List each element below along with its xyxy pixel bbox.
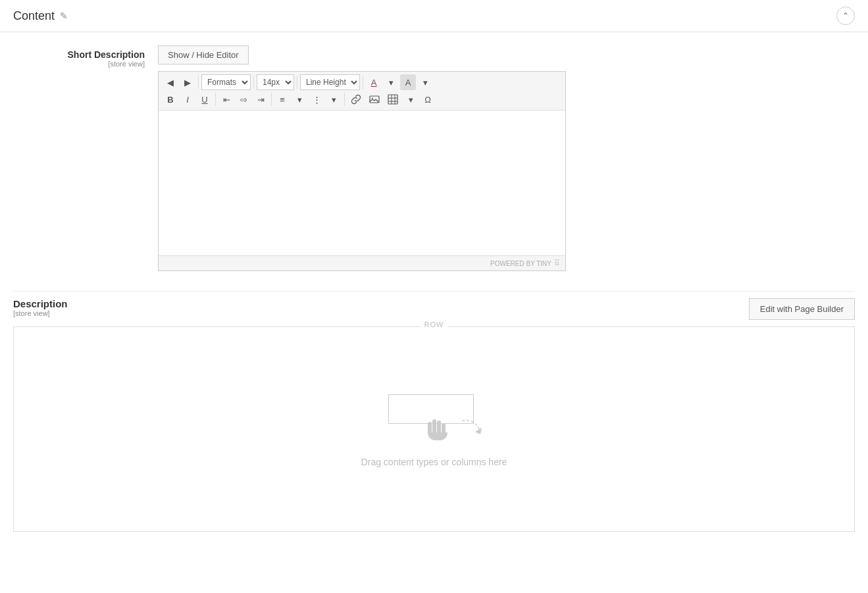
drag-text: Drag content types or columns here	[361, 457, 507, 467]
short-description-store-view: [store view]	[13, 60, 145, 68]
description-header: Description [store view] Edit with Page …	[13, 298, 855, 320]
unordered-list-dropdown[interactable]: ▾	[326, 91, 342, 107]
underline-button[interactable]: U	[197, 91, 213, 107]
description-label-text: Description	[13, 298, 68, 309]
drag-arrow-icon	[461, 417, 487, 437]
unordered-list-button[interactable]: ⋮	[309, 91, 324, 107]
table-button[interactable]	[384, 91, 401, 107]
font-color-button[interactable]: A	[366, 74, 382, 90]
short-description-label: Short Description [store view]	[13, 45, 158, 68]
table-dropdown[interactable]: ▾	[403, 91, 419, 107]
svg-rect-2	[388, 95, 397, 104]
short-description-field: Short Description [store view] Show / Hi…	[13, 45, 855, 271]
undo-button[interactable]: ◀	[163, 74, 178, 90]
editor-footer: POWERED BY TINY ⠿	[159, 255, 565, 271]
toolbar-row-2: B I U ⇤ ⇨ ⇥ ≡ ▾ ⋮ ▾	[163, 91, 561, 107]
editor-body[interactable]	[159, 111, 565, 255]
toolbar-divider-3	[297, 76, 297, 89]
page-title: Content	[13, 9, 55, 23]
image-button[interactable]	[366, 91, 383, 107]
line-height-select[interactable]: Line Height	[300, 74, 360, 90]
drag-placeholder: Drag content types or columns here	[14, 327, 854, 531]
redo-button[interactable]: ▶	[180, 74, 195, 90]
header-left: Content ✎	[13, 9, 68, 23]
bold-button[interactable]: B	[163, 91, 178, 107]
row-label: ROW	[421, 321, 448, 328]
editor-toolbar: ◀ ▶ Formats 14px Line Height	[159, 72, 565, 111]
font-color-dropdown[interactable]: ▾	[383, 74, 399, 90]
font-size-select[interactable]: 14px	[257, 74, 294, 90]
collapse-button[interactable]: ⌃	[836, 7, 855, 25]
ordered-list-dropdown[interactable]: ▾	[292, 91, 307, 107]
special-char-button[interactable]: Ω	[420, 91, 436, 107]
svg-point-1	[372, 98, 373, 99]
align-right-button[interactable]: ⇥	[253, 91, 268, 107]
powered-by-text: POWERED BY TINY	[490, 260, 551, 267]
toolbar-divider-1	[198, 76, 199, 89]
bg-color-dropdown[interactable]: ▾	[417, 74, 433, 90]
chevron-up-icon: ⌃	[842, 11, 849, 20]
toolbar-divider-5	[215, 93, 216, 106]
align-center-button[interactable]: ⇨	[236, 91, 251, 107]
drag-hand-icon	[424, 414, 451, 444]
toolbar-divider-2	[253, 76, 254, 89]
italic-button[interactable]: I	[180, 91, 195, 107]
description-store-view: [store view]	[13, 309, 68, 317]
description-label-group: Description [store view]	[13, 298, 68, 317]
toolbar-row-1: ◀ ▶ Formats 14px Line Height	[163, 74, 561, 90]
ordered-list-button[interactable]: ≡	[274, 91, 290, 107]
formats-select[interactable]: Formats	[201, 74, 251, 90]
align-left-button[interactable]: ⇤	[218, 91, 234, 107]
page-header: Content ✎ ⌃	[0, 0, 868, 32]
description-section: Description [store view] Edit with Page …	[13, 291, 855, 532]
show-hide-editor-button[interactable]: Show / Hide Editor	[158, 45, 249, 64]
drag-illustration	[388, 391, 480, 444]
page-builder-area: ROW	[13, 326, 855, 532]
resize-handle[interactable]: ⠿	[554, 259, 560, 268]
short-description-content: Show / Hide Editor ◀ ▶ Formats 14px	[158, 45, 855, 271]
toolbar-divider-7	[344, 93, 345, 106]
toolbar-divider-6	[271, 93, 272, 106]
link-button[interactable]	[347, 91, 365, 107]
toolbar-divider-4	[363, 76, 363, 89]
bg-color-button[interactable]: A	[400, 74, 416, 90]
edit-with-page-builder-button[interactable]: Edit with Page Builder	[749, 298, 855, 320]
short-description-label-text: Short Description	[68, 49, 145, 60]
edit-title-icon[interactable]: ✎	[60, 11, 68, 21]
rich-text-editor: ◀ ▶ Formats 14px Line Height	[158, 71, 566, 271]
main-content: Short Description [store view] Show / Hi…	[0, 32, 868, 545]
